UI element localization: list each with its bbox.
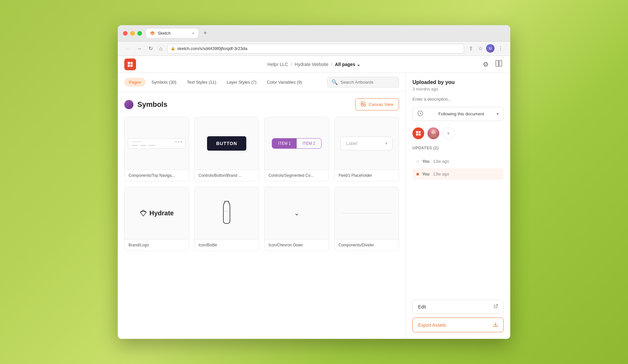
breadcrumb-project[interactable]: Hydrate Website — [295, 62, 328, 67]
settings-button[interactable]: ⚙ — [481, 59, 490, 70]
svg-rect-1 — [131, 62, 133, 64]
svg-rect-14 — [419, 134, 421, 136]
symbol-name-logo: Brand/Logo — [125, 239, 189, 251]
symbol-preview-field: Label ▾ — [335, 117, 399, 170]
section-header: Symbols Canvas View — [124, 98, 399, 110]
traffic-lights — [123, 31, 142, 36]
svg-rect-5 — [499, 60, 502, 66]
upload-time: 3 months ago — [412, 87, 504, 91]
home-button[interactable]: ⌂ — [157, 44, 165, 53]
update-author-2: You 13w ago — [422, 172, 449, 176]
sketch-tab-icon — [150, 31, 155, 36]
updates-label: UPDATES (2) — [412, 146, 504, 150]
minimize-traffic-light[interactable] — [130, 31, 135, 36]
symbol-name-bottle: Icon/Bottle — [195, 239, 259, 251]
symbol-preview-bottle — [195, 187, 259, 239]
layout-toggle-button[interactable] — [494, 58, 504, 70]
seg-item-1: ITEM 1 — [272, 139, 297, 148]
symbol-preview-segmented: ITEM 1 ITEM 2 — [265, 117, 329, 170]
right-panel: Uploaded by you 3 months ago Following t… — [406, 73, 510, 339]
symbol-card-divider[interactable]: Components/Divider — [334, 187, 399, 251]
url-text: sketch.com/s/sd4439f0jfiosjdf-3r23da — [177, 46, 248, 51]
svg-point-16 — [431, 130, 435, 134]
divider-preview-element — [341, 213, 392, 213]
updates-section: UPDATES (2) You 13w ago You 13w ago — [412, 146, 504, 181]
browser-window: Sketch × + ← → ↻ ⌂ 🔒 sketch.com/s/sd4439… — [118, 25, 510, 339]
svg-rect-6 — [361, 102, 363, 104]
main-content: Pages Symbols (30) Text Styles (11) Laye… — [118, 73, 510, 339]
svg-rect-12 — [419, 131, 421, 133]
segmented-preview-element: ITEM 1 ITEM 2 — [272, 138, 321, 149]
search-input[interactable] — [340, 80, 395, 85]
follow-chevron-icon: ▾ — [497, 111, 499, 116]
close-traffic-light[interactable] — [123, 31, 128, 36]
canvas-view-icon — [361, 101, 366, 108]
address-bar[interactable]: 🔒 sketch.com/s/sd4439f0jfiosjdf-3r23da — [167, 44, 464, 54]
symbol-name-chevron: Icon/Chevron Down — [265, 239, 329, 251]
add-collaborator-button[interactable]: + — [443, 127, 454, 139]
tab-pages[interactable]: Pages — [124, 78, 146, 87]
tab-symbols[interactable]: Symbols (30) — [147, 78, 181, 87]
new-tab-button[interactable]: + — [201, 28, 210, 38]
content-area: Symbols Canvas View — [118, 92, 406, 339]
left-panel: Pages Symbols (30) Text Styles (11) Laye… — [118, 73, 406, 339]
button-preview-element: BUTTON — [207, 136, 246, 151]
field-label: Label — [346, 141, 357, 146]
tab-area: Sketch × + — [146, 28, 505, 38]
symbol-preview-logo: Hydrate — [125, 187, 189, 239]
edit-button[interactable]: Edit — [412, 300, 504, 314]
symbol-name-segmented: Controls/Segmented Co... — [265, 170, 329, 181]
section-icon — [124, 100, 133, 109]
btn-actions-area: Edit Export Assets — [412, 300, 504, 332]
symbol-preview-top-nav — [125, 117, 189, 170]
symbol-card-top-nav[interactable]: Components/Top Naviga... — [124, 117, 189, 181]
seg-item-2: ITEM 2 — [297, 139, 321, 148]
field-chevron-icon: ▾ — [385, 141, 387, 146]
forward-button[interactable]: → — [135, 44, 144, 53]
breadcrumb-current[interactable]: All pages ⌄ — [335, 62, 360, 67]
tab-color-variables[interactable]: Color Variables (9) — [262, 78, 306, 87]
symbol-card-button[interactable]: BUTTON Controls/Button/Brand ... — [194, 117, 259, 181]
tab-text-styles[interactable]: Text Styles (11) — [182, 78, 221, 87]
collab-avatar-user2[interactable] — [427, 127, 439, 139]
tab-close-button[interactable]: × — [192, 31, 194, 36]
symbol-card-field[interactable]: Label ▾ Field/1 Placeholder — [334, 117, 399, 181]
tab-title: Sketch — [158, 31, 171, 36]
share-button[interactable]: ⇧ — [467, 44, 475, 53]
search-box[interactable]: 🔍 — [327, 77, 399, 88]
symbol-name-divider: Components/Divider — [335, 239, 399, 251]
follow-dropdown[interactable]: Following this document ▾ — [412, 107, 504, 121]
app-logo — [124, 58, 136, 70]
follow-icon — [417, 110, 423, 117]
browser-tab[interactable]: Sketch × — [146, 29, 198, 38]
svg-rect-13 — [416, 134, 418, 136]
update-item-1: You 13w ago — [412, 156, 504, 167]
title-bar: Sketch × + — [118, 25, 510, 41]
section-title: Symbols — [124, 100, 167, 109]
reload-button[interactable]: ↻ — [147, 44, 155, 53]
menu-button[interactable]: ⋮ — [496, 44, 505, 53]
field-preview-element: Label ▾ — [340, 137, 393, 150]
back-button[interactable]: ← — [123, 44, 132, 53]
update-dot-2 — [416, 173, 419, 175]
symbol-card-logo[interactable]: Hydrate Brand/Logo — [124, 187, 189, 251]
tab-layer-styles[interactable]: Layer Styles (7) — [222, 78, 261, 87]
symbol-card-chevron[interactable]: ⌄ Icon/Chevron Down — [264, 187, 329, 251]
svg-rect-0 — [128, 62, 130, 64]
svg-rect-7 — [361, 104, 363, 106]
canvas-view-button[interactable]: Canvas View — [355, 98, 399, 110]
symbol-card-bottle[interactable]: Icon/Bottle — [194, 187, 259, 251]
bookmark-button[interactable]: ☆ — [476, 44, 485, 53]
symbol-preview-divider — [335, 187, 399, 239]
export-assets-button[interactable]: Export Assets — [412, 318, 504, 332]
bottle-icon — [220, 200, 233, 226]
fullscreen-traffic-light[interactable] — [137, 31, 142, 36]
breadcrumb-chevron: ⌄ — [357, 62, 360, 67]
symbol-name-top-nav: Components/Top Naviga... — [125, 170, 189, 181]
follow-label: Following this document — [438, 111, 484, 116]
collab-avatar-you[interactable] — [412, 127, 424, 139]
description-input[interactable] — [412, 97, 504, 102]
user-avatar-nav[interactable]: U — [486, 44, 495, 53]
breadcrumb-company[interactable]: Helpr LLC — [268, 62, 288, 67]
symbol-card-segmented[interactable]: ITEM 1 ITEM 2 Controls/Segmented Co... — [264, 117, 329, 181]
